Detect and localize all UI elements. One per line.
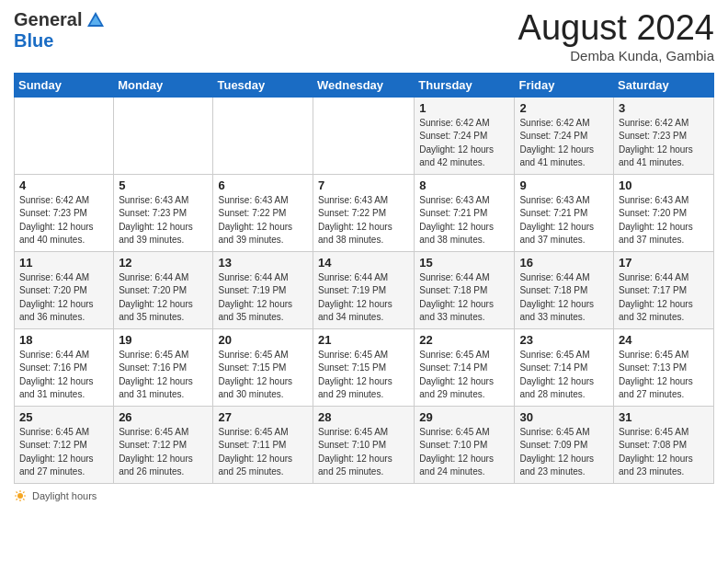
week-row-2: 4Sunrise: 6:42 AM Sunset: 7:23 PM Daylig… bbox=[15, 174, 714, 251]
calendar-cell: 2Sunrise: 6:42 AM Sunset: 7:24 PM Daylig… bbox=[515, 97, 614, 174]
day-number: 30 bbox=[519, 410, 609, 424]
day-info: Sunrise: 6:45 AM Sunset: 7:13 PM Dayligh… bbox=[619, 349, 709, 402]
calendar-cell: 11Sunrise: 6:44 AM Sunset: 7:20 PM Dayli… bbox=[15, 251, 114, 328]
day-info: Sunrise: 6:43 AM Sunset: 7:23 PM Dayligh… bbox=[119, 194, 208, 247]
day-number: 15 bbox=[419, 256, 509, 270]
day-info: Sunrise: 6:45 AM Sunset: 7:15 PM Dayligh… bbox=[318, 349, 409, 402]
day-info: Sunrise: 6:44 AM Sunset: 7:19 PM Dayligh… bbox=[218, 271, 308, 325]
weekday-header-saturday: Saturday bbox=[614, 73, 714, 97]
svg-line-8 bbox=[23, 499, 24, 500]
weekday-header-sunday: Sunday bbox=[15, 73, 114, 97]
day-info: Sunrise: 6:42 AM Sunset: 7:24 PM Dayligh… bbox=[419, 117, 509, 170]
day-info: Sunrise: 6:44 AM Sunset: 7:17 PM Dayligh… bbox=[619, 271, 709, 325]
calendar-table: SundayMondayTuesdayWednesdayThursdayFrid… bbox=[14, 73, 714, 484]
day-number: 20 bbox=[218, 333, 308, 347]
calendar-cell: 19Sunrise: 6:45 AM Sunset: 7:16 PM Dayli… bbox=[114, 328, 213, 406]
day-number: 26 bbox=[119, 410, 208, 424]
day-number: 17 bbox=[619, 256, 709, 270]
logo-general-text: General bbox=[14, 9, 82, 30]
header: General Blue August 2024 Demba Kunda, Ga… bbox=[14, 9, 714, 63]
day-info: Sunrise: 6:44 AM Sunset: 7:18 PM Dayligh… bbox=[519, 271, 609, 325]
day-number: 1 bbox=[419, 101, 509, 115]
calendar-cell bbox=[15, 97, 114, 174]
day-info: Sunrise: 6:42 AM Sunset: 7:24 PM Dayligh… bbox=[519, 117, 609, 170]
calendar-cell: 14Sunrise: 6:44 AM Sunset: 7:19 PM Dayli… bbox=[313, 251, 415, 328]
week-row-4: 18Sunrise: 6:44 AM Sunset: 7:16 PM Dayli… bbox=[15, 328, 714, 406]
calendar-cell: 5Sunrise: 6:43 AM Sunset: 7:23 PM Daylig… bbox=[114, 174, 213, 251]
calendar-cell: 15Sunrise: 6:44 AM Sunset: 7:18 PM Dayli… bbox=[415, 251, 515, 328]
week-row-3: 11Sunrise: 6:44 AM Sunset: 7:20 PM Dayli… bbox=[15, 251, 714, 328]
day-number: 4 bbox=[19, 178, 108, 192]
day-number: 31 bbox=[619, 410, 709, 424]
day-number: 2 bbox=[519, 101, 609, 115]
calendar-cell: 1Sunrise: 6:42 AM Sunset: 7:24 PM Daylig… bbox=[415, 97, 515, 174]
day-number: 12 bbox=[119, 256, 208, 270]
calendar-cell: 10Sunrise: 6:43 AM Sunset: 7:20 PM Dayli… bbox=[614, 174, 714, 251]
calendar-cell bbox=[114, 97, 213, 174]
day-info: Sunrise: 6:44 AM Sunset: 7:16 PM Dayligh… bbox=[19, 349, 108, 402]
day-info: Sunrise: 6:42 AM Sunset: 7:23 PM Dayligh… bbox=[19, 194, 108, 247]
day-number: 14 bbox=[318, 256, 409, 270]
daylight-label: Daylight hours bbox=[32, 490, 97, 501]
weekday-header-row: SundayMondayTuesdayWednesdayThursdayFrid… bbox=[15, 73, 714, 97]
weekday-header-friday: Friday bbox=[515, 73, 614, 97]
day-info: Sunrise: 6:43 AM Sunset: 7:20 PM Dayligh… bbox=[619, 194, 709, 247]
day-info: Sunrise: 6:43 AM Sunset: 7:21 PM Dayligh… bbox=[419, 194, 509, 247]
day-info: Sunrise: 6:45 AM Sunset: 7:16 PM Dayligh… bbox=[119, 349, 208, 402]
day-info: Sunrise: 6:45 AM Sunset: 7:14 PM Dayligh… bbox=[519, 349, 609, 402]
calendar-cell: 24Sunrise: 6:45 AM Sunset: 7:13 PM Dayli… bbox=[614, 328, 714, 406]
calendar-cell: 12Sunrise: 6:44 AM Sunset: 7:20 PM Dayli… bbox=[114, 251, 213, 328]
day-info: Sunrise: 6:43 AM Sunset: 7:22 PM Dayligh… bbox=[218, 194, 308, 247]
calendar-cell: 28Sunrise: 6:45 AM Sunset: 7:10 PM Dayli… bbox=[313, 406, 415, 483]
day-number: 22 bbox=[419, 333, 509, 347]
logo-icon bbox=[85, 10, 106, 30]
day-number: 9 bbox=[519, 178, 609, 192]
weekday-header-tuesday: Tuesday bbox=[213, 73, 313, 97]
day-number: 23 bbox=[519, 333, 609, 347]
weekday-header-wednesday: Wednesday bbox=[313, 73, 415, 97]
calendar-cell: 25Sunrise: 6:45 AM Sunset: 7:12 PM Dayli… bbox=[15, 406, 114, 483]
calendar-cell bbox=[213, 97, 313, 174]
calendar-cell: 7Sunrise: 6:43 AM Sunset: 7:22 PM Daylig… bbox=[313, 174, 415, 251]
calendar-cell: 30Sunrise: 6:45 AM Sunset: 7:09 PM Dayli… bbox=[515, 406, 614, 483]
calendar-cell: 3Sunrise: 6:42 AM Sunset: 7:23 PM Daylig… bbox=[614, 97, 714, 174]
day-number: 7 bbox=[318, 178, 409, 192]
svg-point-2 bbox=[17, 493, 23, 499]
location: Demba Kunda, Gambia bbox=[518, 48, 714, 63]
weekday-header-thursday: Thursday bbox=[415, 73, 515, 97]
day-number: 19 bbox=[119, 333, 208, 347]
calendar-cell: 23Sunrise: 6:45 AM Sunset: 7:14 PM Dayli… bbox=[515, 328, 614, 406]
calendar-cell: 16Sunrise: 6:44 AM Sunset: 7:18 PM Dayli… bbox=[515, 251, 614, 328]
day-info: Sunrise: 6:45 AM Sunset: 7:11 PM Dayligh… bbox=[218, 426, 308, 479]
calendar-cell: 29Sunrise: 6:45 AM Sunset: 7:10 PM Dayli… bbox=[415, 406, 515, 483]
day-number: 10 bbox=[619, 178, 709, 192]
day-number: 25 bbox=[19, 410, 108, 424]
logo-blue-text: Blue bbox=[14, 30, 53, 52]
calendar-cell: 20Sunrise: 6:45 AM Sunset: 7:15 PM Dayli… bbox=[213, 328, 313, 406]
weekday-header-monday: Monday bbox=[114, 73, 213, 97]
day-number: 13 bbox=[218, 256, 308, 270]
calendar-cell: 26Sunrise: 6:45 AM Sunset: 7:12 PM Dayli… bbox=[114, 406, 213, 483]
calendar-cell bbox=[313, 97, 415, 174]
day-info: Sunrise: 6:44 AM Sunset: 7:19 PM Dayligh… bbox=[318, 271, 409, 325]
svg-line-7 bbox=[17, 491, 17, 492]
calendar-cell: 8Sunrise: 6:43 AM Sunset: 7:21 PM Daylig… bbox=[415, 174, 515, 251]
day-number: 3 bbox=[619, 101, 709, 115]
day-info: Sunrise: 6:45 AM Sunset: 7:15 PM Dayligh… bbox=[218, 349, 308, 402]
month-year: August 2024 bbox=[518, 9, 714, 48]
day-number: 5 bbox=[119, 178, 208, 192]
calendar-cell: 18Sunrise: 6:44 AM Sunset: 7:16 PM Dayli… bbox=[15, 328, 114, 406]
day-info: Sunrise: 6:42 AM Sunset: 7:23 PM Dayligh… bbox=[619, 117, 709, 170]
day-info: Sunrise: 6:44 AM Sunset: 7:20 PM Dayligh… bbox=[119, 271, 208, 325]
day-number: 8 bbox=[419, 178, 509, 192]
day-number: 21 bbox=[318, 333, 409, 347]
day-info: Sunrise: 6:45 AM Sunset: 7:10 PM Dayligh… bbox=[318, 426, 409, 479]
calendar-cell: 27Sunrise: 6:45 AM Sunset: 7:11 PM Dayli… bbox=[213, 406, 313, 483]
day-number: 11 bbox=[19, 256, 108, 270]
footer-note: Daylight hours bbox=[14, 489, 714, 502]
calendar-cell: 6Sunrise: 6:43 AM Sunset: 7:22 PM Daylig… bbox=[213, 174, 313, 251]
week-row-5: 25Sunrise: 6:45 AM Sunset: 7:12 PM Dayli… bbox=[15, 406, 714, 483]
day-number: 29 bbox=[419, 410, 509, 424]
day-info: Sunrise: 6:45 AM Sunset: 7:14 PM Dayligh… bbox=[419, 349, 509, 402]
logo: General Blue bbox=[14, 9, 106, 52]
